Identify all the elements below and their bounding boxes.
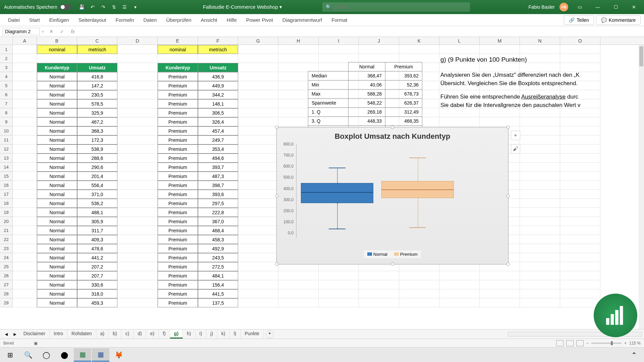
- cell[interactable]: [238, 154, 278, 163]
- cell[interactable]: Normal: [37, 144, 77, 154]
- cell[interactable]: [480, 117, 520, 126]
- cell[interactable]: [238, 298, 278, 307]
- cell[interactable]: [13, 144, 37, 154]
- cell[interactable]: Normal: [37, 108, 77, 117]
- cell[interactable]: 148,1: [198, 99, 238, 108]
- ribbon-tab[interactable]: Ansicht: [196, 14, 222, 25]
- cell[interactable]: [439, 280, 480, 289]
- cell[interactable]: [560, 262, 600, 271]
- cell[interactable]: Premium: [158, 72, 198, 81]
- cell[interactable]: [319, 280, 359, 289]
- cell[interactable]: [37, 54, 77, 63]
- cell[interactable]: Normal: [37, 163, 77, 172]
- row-header[interactable]: 2: [0, 54, 13, 63]
- cell[interactable]: 371,0: [77, 190, 117, 199]
- cell[interactable]: [520, 262, 560, 271]
- view-pagebreak-icon[interactable]: [576, 340, 584, 346]
- cell[interactable]: 207,2: [77, 262, 117, 271]
- cell[interactable]: 478,6: [77, 244, 117, 253]
- cell[interactable]: [13, 244, 37, 253]
- cell[interactable]: Premium: [158, 144, 198, 154]
- cell[interactable]: Normal: [37, 135, 77, 144]
- sheet-tab[interactable]: g): [170, 329, 183, 339]
- chart-elements-button[interactable]: +: [511, 131, 520, 140]
- cell[interactable]: Normal: [37, 90, 77, 99]
- save-icon[interactable]: 💾: [78, 3, 86, 11]
- cell[interactable]: 436,9: [198, 72, 238, 81]
- column-header[interactable]: E: [158, 37, 198, 45]
- zoom-level[interactable]: 115 %: [629, 341, 641, 346]
- cell[interactable]: [278, 289, 319, 298]
- cell[interactable]: 468,4: [198, 226, 238, 235]
- cell[interactable]: [238, 81, 278, 90]
- cell[interactable]: [520, 208, 560, 217]
- cell[interactable]: [560, 45, 600, 54]
- cell[interactable]: 318,0: [77, 289, 117, 298]
- sheet-tab[interactable]: i): [196, 329, 207, 339]
- cell[interactable]: 488,1: [77, 208, 117, 217]
- cell[interactable]: 556,4: [77, 181, 117, 190]
- cell[interactable]: Normal: [37, 280, 77, 289]
- cell[interactable]: [560, 135, 600, 144]
- cell[interactable]: [117, 172, 158, 181]
- ribbon-tab[interactable]: Einfügen: [45, 14, 74, 25]
- ribbon-tab[interactable]: Diagrammentwurf: [278, 14, 327, 25]
- cell[interactable]: Normal: [37, 126, 77, 135]
- cell[interactable]: 222,8: [198, 208, 238, 217]
- cells-area[interactable]: NormalPremiumMedian368,47393,62Min40,065…: [13, 45, 644, 307]
- cell[interactable]: [117, 289, 158, 298]
- cell[interactable]: [278, 280, 319, 289]
- cell[interactable]: [13, 54, 37, 63]
- sheet-tab[interactable]: e): [146, 329, 159, 339]
- cell[interactable]: [117, 190, 158, 199]
- cell[interactable]: [238, 190, 278, 199]
- cell[interactable]: 147,2: [77, 81, 117, 90]
- row-header[interactable]: 9: [0, 117, 13, 126]
- share-button[interactable]: 🔗 Teilen: [564, 15, 594, 25]
- cell[interactable]: Premium: [158, 108, 198, 117]
- sheet-tab[interactable]: k): [217, 329, 230, 339]
- cell[interactable]: [117, 208, 158, 217]
- view-normal-icon[interactable]: [556, 340, 564, 346]
- cell[interactable]: [278, 54, 319, 63]
- cell[interactable]: 441,2: [77, 253, 117, 262]
- zoom-out-icon[interactable]: −: [586, 341, 589, 346]
- cell[interactable]: 305,9: [77, 217, 117, 226]
- excel-icon[interactable]: ▦: [74, 348, 91, 362]
- ribbon-tab[interactable]: Hilfe: [222, 14, 241, 25]
- cell[interactable]: [439, 289, 480, 298]
- cell[interactable]: Kundentyp: [37, 63, 77, 72]
- row-header[interactable]: 1: [0, 45, 13, 54]
- cell[interactable]: 441,5: [198, 289, 238, 298]
- cell[interactable]: Premium: [158, 208, 198, 217]
- ribbon-tab[interactable]: Power Pivot: [241, 14, 278, 25]
- cell[interactable]: [560, 126, 600, 135]
- cell[interactable]: [13, 190, 37, 199]
- row-header[interactable]: 28: [0, 289, 13, 298]
- redo-icon[interactable]: ↷: [100, 3, 107, 11]
- cell[interactable]: Premium: [158, 126, 198, 135]
- cell[interactable]: [238, 181, 278, 190]
- cell[interactable]: [439, 45, 480, 54]
- cell[interactable]: [560, 208, 600, 217]
- row-header[interactable]: 16: [0, 181, 13, 190]
- cell[interactable]: [359, 271, 399, 280]
- firefox-icon[interactable]: 🦊: [110, 348, 127, 362]
- tray-chevron-icon[interactable]: ⌃: [625, 348, 643, 362]
- row-header[interactable]: 15: [0, 172, 13, 181]
- word-icon[interactable]: ▦: [92, 348, 109, 362]
- cell[interactable]: Premium: [158, 190, 198, 199]
- fx-icon[interactable]: fx: [69, 29, 77, 34]
- view-layout-icon[interactable]: [566, 340, 574, 346]
- ribbon-display-icon[interactable]: ▭: [573, 0, 586, 14]
- ribbon-tab[interactable]: Datei: [3, 14, 24, 25]
- sheet-tab[interactable]: c): [121, 329, 134, 339]
- cell[interactable]: Premium: [158, 181, 198, 190]
- cell[interactable]: [117, 72, 158, 81]
- cell[interactable]: Premium: [158, 280, 198, 289]
- select-all-corner[interactable]: [0, 37, 13, 45]
- cell[interactable]: [117, 253, 158, 262]
- start-button[interactable]: ⊞: [1, 348, 19, 362]
- cell[interactable]: [520, 144, 560, 154]
- zoom-in-icon[interactable]: +: [624, 341, 627, 346]
